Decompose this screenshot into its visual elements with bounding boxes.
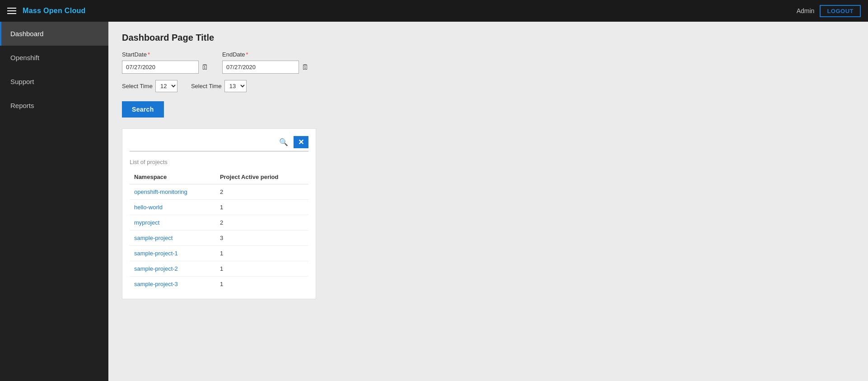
project-search-input[interactable]: [130, 139, 274, 146]
sidebar-item-dashboard[interactable]: Dashboard: [0, 22, 108, 46]
sidebar: Dashboard Openshift Support Reports: [0, 22, 108, 381]
namespace-link[interactable]: openshift-monitoring: [134, 188, 187, 195]
sidebar-item-openshift[interactable]: Openshift: [0, 46, 108, 70]
table-row: hello-world1: [130, 200, 308, 215]
logout-button[interactable]: LOGOUT: [820, 5, 861, 17]
time-row: Select Time 0123456789101112131415161718…: [122, 80, 854, 92]
start-date-input-wrapper: 🗓: [122, 61, 209, 74]
namespace-cell[interactable]: sample-project: [130, 230, 215, 246]
end-date-calendar-icon[interactable]: 🗓: [302, 63, 309, 71]
table-row: sample-project-21: [130, 261, 308, 277]
navbar: Mass Open Cloud Admin LOGOUT: [0, 0, 868, 22]
namespace-link[interactable]: sample-project: [134, 235, 173, 241]
col-namespace: Namespace: [130, 170, 215, 184]
page-title: Dashboard Page Title: [122, 33, 854, 43]
namespace-cell[interactable]: myproject: [130, 215, 215, 230]
table-row: myproject2: [130, 215, 308, 230]
project-clear-button[interactable]: ✕: [294, 136, 308, 148]
namespace-cell[interactable]: sample-project-2: [130, 261, 215, 277]
table-row: sample-project3: [130, 230, 308, 246]
project-search-icon-btn[interactable]: 🔍: [277, 137, 290, 147]
navbar-right: Admin LOGOUT: [797, 5, 861, 17]
namespace-link[interactable]: sample-project-2: [134, 265, 178, 272]
start-date-calendar-icon[interactable]: 🗓: [201, 63, 209, 71]
navbar-brand: Mass Open Cloud: [23, 7, 86, 15]
start-time-label: Select Time: [122, 83, 153, 89]
end-date-input-wrapper: 🗓: [222, 61, 309, 74]
end-date-group: EndDate* 🗓: [222, 51, 309, 74]
namespace-cell[interactable]: openshift-monitoring: [130, 184, 215, 200]
layout: Dashboard Openshift Support Reports Dash…: [0, 22, 868, 381]
navbar-user: Admin: [797, 7, 815, 14]
table-row: openshift-monitoring2: [130, 184, 308, 200]
table-row: sample-project-31: [130, 277, 308, 292]
search-button[interactable]: Search: [122, 101, 164, 118]
namespace-link[interactable]: myproject: [134, 219, 159, 226]
col-period: Project Active period: [215, 170, 308, 184]
start-time-group: Select Time 0123456789101112131415161718…: [122, 80, 177, 92]
table-row: sample-project-11: [130, 246, 308, 261]
end-time-select[interactable]: 01234567891011121314151617181920212223: [224, 80, 247, 92]
start-date-group: StartDate* 🗓: [122, 51, 209, 74]
period-cell: 2: [215, 215, 308, 230]
end-date-input[interactable]: [222, 61, 299, 74]
navbar-left: Mass Open Cloud: [7, 7, 86, 15]
period-cell: 1: [215, 246, 308, 261]
sidebar-item-support[interactable]: Support: [0, 70, 108, 94]
sidebar-item-reports[interactable]: Reports: [0, 94, 108, 118]
namespace-cell[interactable]: hello-world: [130, 200, 215, 215]
start-date-input[interactable]: [122, 61, 199, 74]
project-panel: 🔍 ✕ List of projects Namespace Project A…: [122, 128, 316, 299]
start-date-label: StartDate*: [122, 51, 209, 58]
project-table: Namespace Project Active period openshif…: [130, 170, 308, 292]
namespace-link[interactable]: sample-project-1: [134, 250, 178, 257]
namespace-link[interactable]: sample-project-3: [134, 281, 178, 287]
end-time-group: Select Time 0123456789101112131415161718…: [191, 80, 247, 92]
namespace-cell[interactable]: sample-project-3: [130, 277, 215, 292]
period-cell: 1: [215, 200, 308, 215]
period-cell: 2: [215, 184, 308, 200]
end-time-label: Select Time: [191, 83, 222, 89]
period-cell: 3: [215, 230, 308, 246]
period-cell: 1: [215, 277, 308, 292]
main-content: Dashboard Page Title StartDate* 🗓 EndDat…: [108, 22, 868, 381]
namespace-cell[interactable]: sample-project-1: [130, 246, 215, 261]
end-date-label: EndDate*: [222, 51, 309, 58]
list-label: List of projects: [130, 159, 308, 165]
hamburger-icon[interactable]: [7, 8, 16, 14]
namespace-link[interactable]: hello-world: [134, 204, 163, 211]
project-search-row: 🔍 ✕: [130, 136, 308, 151]
date-row: StartDate* 🗓 EndDate* 🗓: [122, 51, 854, 74]
period-cell: 1: [215, 261, 308, 277]
start-time-select[interactable]: 01234567891011121314151617181920212223: [155, 80, 177, 92]
